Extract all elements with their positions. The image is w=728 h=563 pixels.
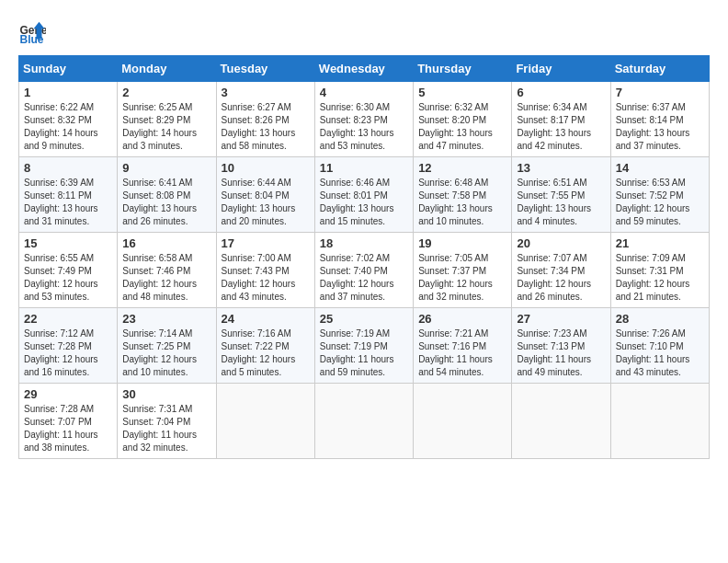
day-number: 14 <box>616 161 704 175</box>
calendar-cell: 18Sunrise: 7:02 AMSunset: 7:40 PMDayligh… <box>314 233 413 308</box>
calendar-cell <box>314 384 413 459</box>
day-info: Sunrise: 7:19 AMSunset: 7:19 PMDaylight:… <box>320 327 408 379</box>
weekday-header-wednesday: Wednesday <box>314 56 413 82</box>
calendar-cell: 10Sunrise: 6:44 AMSunset: 8:04 PMDayligh… <box>216 157 314 233</box>
calendar-cell <box>414 384 512 459</box>
day-info: Sunrise: 6:27 AMSunset: 8:26 PMDaylight:… <box>222 101 310 153</box>
day-info: Sunrise: 6:58 AMSunset: 7:46 PMDaylight:… <box>122 252 210 304</box>
day-number: 19 <box>418 236 506 250</box>
day-number: 30 <box>122 387 210 401</box>
day-number: 28 <box>616 312 704 326</box>
calendar-cell: 20Sunrise: 7:07 AMSunset: 7:34 PMDayligh… <box>512 233 610 308</box>
day-number: 22 <box>24 312 112 326</box>
day-info: Sunrise: 6:34 AMSunset: 8:17 PMDaylight:… <box>517 101 605 153</box>
calendar-cell: 28Sunrise: 7:26 AMSunset: 7:10 PMDayligh… <box>610 308 709 384</box>
calendar-cell <box>610 384 709 459</box>
day-info: Sunrise: 7:23 AMSunset: 7:13 PMDaylight:… <box>517 327 605 379</box>
calendar-cell: 14Sunrise: 6:53 AMSunset: 7:52 PMDayligh… <box>610 157 709 233</box>
day-number: 17 <box>222 236 310 250</box>
calendar-table: SundayMondayTuesdayWednesdayThursdayFrid… <box>18 55 710 459</box>
day-info: Sunrise: 6:37 AMSunset: 8:14 PMDaylight:… <box>616 101 704 153</box>
day-number: 11 <box>320 161 408 175</box>
day-info: Sunrise: 7:02 AMSunset: 7:40 PMDaylight:… <box>320 252 408 304</box>
day-info: Sunrise: 6:46 AMSunset: 8:01 PMDaylight:… <box>320 177 408 228</box>
calendar-week-2: 8Sunrise: 6:39 AMSunset: 8:11 PMDaylight… <box>19 157 710 233</box>
calendar-cell: 6Sunrise: 6:34 AMSunset: 8:17 PMDaylight… <box>512 82 610 157</box>
calendar-cell: 24Sunrise: 7:16 AMSunset: 7:22 PMDayligh… <box>216 308 314 384</box>
weekday-header-row: SundayMondayTuesdayWednesdayThursdayFrid… <box>19 56 710 82</box>
day-number: 2 <box>122 86 210 99</box>
calendar-cell: 8Sunrise: 6:39 AMSunset: 8:11 PMDaylight… <box>19 157 118 233</box>
calendar-cell: 9Sunrise: 6:41 AMSunset: 8:08 PMDaylight… <box>118 157 216 233</box>
day-info: Sunrise: 7:26 AMSunset: 7:10 PMDaylight:… <box>616 327 704 379</box>
calendar-cell: 17Sunrise: 7:00 AMSunset: 7:43 PMDayligh… <box>216 233 314 308</box>
calendar-cell <box>216 384 314 459</box>
calendar-week-4: 22Sunrise: 7:12 AMSunset: 7:28 PMDayligh… <box>19 308 710 384</box>
day-number: 16 <box>122 236 210 250</box>
calendar-cell: 7Sunrise: 6:37 AMSunset: 8:14 PMDaylight… <box>610 82 709 157</box>
day-info: Sunrise: 7:05 AMSunset: 7:37 PMDaylight:… <box>418 252 506 304</box>
day-number: 15 <box>24 236 112 250</box>
day-number: 24 <box>222 312 310 326</box>
logo-icon: General Blue <box>18 18 46 46</box>
weekday-header-friday: Friday <box>512 56 610 82</box>
day-info: Sunrise: 6:41 AMSunset: 8:08 PMDaylight:… <box>122 177 210 228</box>
calendar-cell: 29Sunrise: 7:28 AMSunset: 7:07 PMDayligh… <box>19 384 118 459</box>
day-info: Sunrise: 7:28 AMSunset: 7:07 PMDaylight:… <box>24 403 112 454</box>
day-info: Sunrise: 6:44 AMSunset: 8:04 PMDaylight:… <box>222 177 310 228</box>
weekday-header-saturday: Saturday <box>610 56 709 82</box>
day-info: Sunrise: 7:09 AMSunset: 7:31 PMDaylight:… <box>616 252 704 304</box>
calendar-cell: 27Sunrise: 7:23 AMSunset: 7:13 PMDayligh… <box>512 308 610 384</box>
calendar-cell: 30Sunrise: 7:31 AMSunset: 7:04 PMDayligh… <box>118 384 216 459</box>
calendar-cell: 16Sunrise: 6:58 AMSunset: 7:46 PMDayligh… <box>118 233 216 308</box>
calendar-cell: 1Sunrise: 6:22 AMSunset: 8:32 PMDaylight… <box>19 82 118 157</box>
day-info: Sunrise: 7:14 AMSunset: 7:25 PMDaylight:… <box>122 327 210 379</box>
day-number: 7 <box>616 86 704 99</box>
day-number: 4 <box>320 86 408 99</box>
day-info: Sunrise: 7:16 AMSunset: 7:22 PMDaylight:… <box>222 327 310 379</box>
day-info: Sunrise: 6:39 AMSunset: 8:11 PMDaylight:… <box>24 177 112 228</box>
weekday-header-tuesday: Tuesday <box>216 56 314 82</box>
calendar-cell: 22Sunrise: 7:12 AMSunset: 7:28 PMDayligh… <box>19 308 118 384</box>
calendar-cell: 13Sunrise: 6:51 AMSunset: 7:55 PMDayligh… <box>512 157 610 233</box>
day-info: Sunrise: 6:48 AMSunset: 7:58 PMDaylight:… <box>418 177 506 228</box>
day-number: 13 <box>517 161 605 175</box>
calendar-cell: 11Sunrise: 6:46 AMSunset: 8:01 PMDayligh… <box>314 157 413 233</box>
calendar-cell <box>512 384 610 459</box>
day-number: 23 <box>122 312 210 326</box>
calendar-cell: 26Sunrise: 7:21 AMSunset: 7:16 PMDayligh… <box>414 308 512 384</box>
calendar-week-5: 29Sunrise: 7:28 AMSunset: 7:07 PMDayligh… <box>19 384 710 459</box>
day-number: 26 <box>418 312 506 326</box>
day-info: Sunrise: 7:00 AMSunset: 7:43 PMDaylight:… <box>222 252 310 304</box>
day-number: 18 <box>320 236 408 250</box>
day-number: 6 <box>517 86 605 99</box>
calendar-cell: 12Sunrise: 6:48 AMSunset: 7:58 PMDayligh… <box>414 157 512 233</box>
weekday-header-monday: Monday <box>118 56 216 82</box>
weekday-header-sunday: Sunday <box>19 56 118 82</box>
day-info: Sunrise: 7:31 AMSunset: 7:04 PMDaylight:… <box>122 403 210 454</box>
day-number: 8 <box>24 161 112 175</box>
day-number: 9 <box>122 161 210 175</box>
day-info: Sunrise: 7:12 AMSunset: 7:28 PMDaylight:… <box>24 327 112 379</box>
calendar-cell: 21Sunrise: 7:09 AMSunset: 7:31 PMDayligh… <box>610 233 709 308</box>
day-info: Sunrise: 6:55 AMSunset: 7:49 PMDaylight:… <box>24 252 112 304</box>
calendar-week-1: 1Sunrise: 6:22 AMSunset: 8:32 PMDaylight… <box>19 82 710 157</box>
calendar-cell: 2Sunrise: 6:25 AMSunset: 8:29 PMDaylight… <box>118 82 216 157</box>
day-number: 10 <box>222 161 310 175</box>
calendar-cell: 25Sunrise: 7:19 AMSunset: 7:19 PMDayligh… <box>314 308 413 384</box>
page-header: General Blue <box>18 18 710 46</box>
day-number: 5 <box>418 86 506 99</box>
calendar-cell: 5Sunrise: 6:32 AMSunset: 8:20 PMDaylight… <box>414 82 512 157</box>
day-info: Sunrise: 6:30 AMSunset: 8:23 PMDaylight:… <box>320 101 408 153</box>
day-info: Sunrise: 6:51 AMSunset: 7:55 PMDaylight:… <box>517 177 605 228</box>
day-info: Sunrise: 6:22 AMSunset: 8:32 PMDaylight:… <box>24 101 112 153</box>
day-info: Sunrise: 6:32 AMSunset: 8:20 PMDaylight:… <box>418 101 506 153</box>
day-number: 29 <box>24 387 112 401</box>
day-number: 1 <box>24 86 112 99</box>
calendar-week-3: 15Sunrise: 6:55 AMSunset: 7:49 PMDayligh… <box>19 233 710 308</box>
day-info: Sunrise: 7:07 AMSunset: 7:34 PMDaylight:… <box>517 252 605 304</box>
day-info: Sunrise: 6:53 AMSunset: 7:52 PMDaylight:… <box>616 177 704 228</box>
day-info: Sunrise: 6:25 AMSunset: 8:29 PMDaylight:… <box>122 101 210 153</box>
day-number: 3 <box>222 86 310 99</box>
day-number: 12 <box>418 161 506 175</box>
